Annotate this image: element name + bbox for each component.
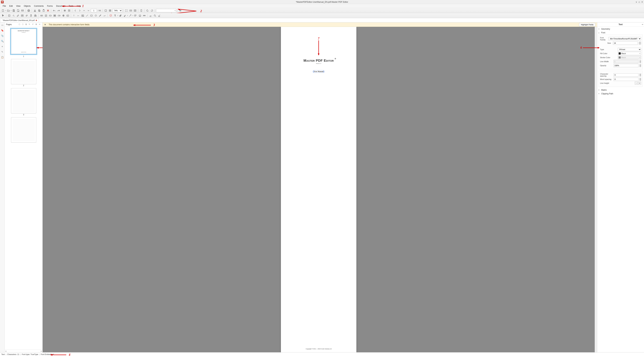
actual-size-icon[interactable] bbox=[104, 8, 108, 12]
search-rail-icon[interactable]: 🔍 bbox=[1, 39, 4, 43]
line-tool-icon[interactable] bbox=[85, 13, 89, 17]
type-select[interactable]: Fill text bbox=[618, 48, 641, 51]
menu-objects[interactable]: Objects bbox=[22, 4, 32, 8]
page-number-input[interactable] bbox=[91, 9, 97, 12]
fit-page-icon[interactable] bbox=[108, 8, 112, 12]
page-thumb-1[interactable]: MASTER PDF EDITOR ®User Manualcopyright … bbox=[11, 29, 36, 54]
highlight-fields-button[interactable]: Highlight Fields bbox=[579, 23, 595, 26]
save-as-icon[interactable] bbox=[16, 8, 20, 12]
listbox-icon[interactable] bbox=[53, 13, 57, 17]
selected-text-object[interactable]: User Manual bbox=[313, 70, 324, 73]
new-doc-icon[interactable] bbox=[1, 8, 5, 12]
verify-icon[interactable] bbox=[153, 13, 157, 17]
clipboard-rail-icon[interactable]: 📋 bbox=[1, 56, 4, 59]
close-tab-icon[interactable]: ⊗ bbox=[36, 19, 37, 21]
section-font[interactable]: ▴Font bbox=[598, 31, 643, 34]
window-close-icon[interactable]: ✕ bbox=[641, 1, 643, 3]
paragraph-icon[interactable] bbox=[113, 13, 117, 17]
window-minimize-icon[interactable]: ∨ bbox=[636, 1, 637, 3]
fullscreen-icon[interactable] bbox=[124, 8, 128, 12]
copy-icon[interactable] bbox=[37, 8, 41, 12]
redo-icon[interactable] bbox=[56, 8, 60, 12]
undo-icon[interactable] bbox=[52, 8, 56, 12]
menu-tools[interactable]: Tools bbox=[67, 4, 75, 8]
menu-help[interactable]: Help bbox=[75, 4, 82, 8]
section-geometry[interactable]: ▾Geometry bbox=[598, 27, 643, 31]
snapshot-icon[interactable] bbox=[34, 13, 38, 17]
layers-icon[interactable]: ≡ bbox=[1, 45, 4, 48]
open-icon[interactable] bbox=[6, 8, 10, 12]
attachments-rail-icon[interactable]: 📎 bbox=[1, 34, 4, 37]
pencil-tool-icon[interactable] bbox=[98, 13, 102, 17]
rect-tool-icon[interactable] bbox=[90, 13, 94, 17]
page-thumb-4[interactable] bbox=[11, 117, 36, 143]
edit-object-icon[interactable] bbox=[16, 13, 20, 17]
page-canvas[interactable]: 7 Master PDF Editor® Version 3.7 User Ma… bbox=[42, 27, 595, 352]
search-input[interactable] bbox=[156, 9, 176, 12]
textfield-icon[interactable]: ab bbox=[40, 13, 44, 17]
select-tool-icon[interactable] bbox=[1, 13, 5, 17]
highlight-icon[interactable] bbox=[123, 13, 127, 17]
menu-document[interactable]: Document bbox=[54, 4, 67, 8]
stamp-icon[interactable] bbox=[138, 13, 142, 17]
hand-tool-icon[interactable] bbox=[29, 13, 33, 17]
word-spacing-spinner[interactable]: ▴▾ bbox=[640, 78, 641, 81]
infobar-close-icon[interactable]: ✕ bbox=[44, 23, 46, 26]
path-tool-icon[interactable] bbox=[102, 13, 106, 17]
form-tool-icon[interactable] bbox=[20, 13, 24, 17]
opacity-spinner[interactable]: ▴▾ bbox=[640, 64, 641, 67]
page-h-icon2[interactable]: ▢ bbox=[22, 23, 24, 26]
comments-rail-icon[interactable]: ✎ bbox=[1, 50, 4, 53]
pages-thumbnail-list[interactable]: MASTER PDF EDITOR ®User Manualcopyright … bbox=[5, 26, 42, 350]
next-page-icon[interactable] bbox=[78, 8, 82, 12]
save-icon[interactable] bbox=[12, 8, 16, 12]
edit-text-icon[interactable]: T bbox=[7, 13, 11, 17]
check-icon[interactable] bbox=[157, 13, 161, 17]
insert-image-icon[interactable] bbox=[81, 13, 85, 17]
doc-vscroll[interactable] bbox=[595, 27, 597, 352]
fit-width-icon[interactable] bbox=[129, 8, 133, 12]
button-field-icon[interactable] bbox=[48, 13, 52, 17]
page-down-icon[interactable] bbox=[86, 8, 90, 12]
pages-hscroll[interactable]: ◂▸ bbox=[5, 350, 42, 352]
props-pin-icon[interactable]: ⇥ bbox=[642, 23, 643, 25]
font-family-select[interactable]: AA+TimesNewRomanPS-BoldMT bbox=[608, 37, 641, 40]
note-tool-icon[interactable] bbox=[109, 13, 113, 17]
options-icon[interactable] bbox=[178, 8, 182, 12]
insert-text-icon[interactable]: T bbox=[72, 13, 76, 17]
sign-tool-icon[interactable] bbox=[148, 13, 152, 17]
menu-file[interactable]: File bbox=[1, 4, 8, 8]
page-up-icon[interactable] bbox=[82, 8, 86, 12]
delete-icon[interactable] bbox=[46, 8, 50, 12]
ellipse-tool-icon[interactable] bbox=[94, 13, 98, 17]
page-h-icon7[interactable]: ⇲ bbox=[39, 23, 41, 26]
page-thumb-3[interactable] bbox=[11, 88, 36, 113]
pdf-page-1[interactable]: 7 Master PDF Editor® Version 3.7 User Ma… bbox=[281, 27, 356, 352]
cut-icon[interactable] bbox=[33, 8, 37, 12]
menu-forms[interactable]: Forms bbox=[46, 4, 54, 8]
bookmarks-icon[interactable]: 🔖 bbox=[1, 29, 4, 32]
page-h-icon5[interactable]: ↺ bbox=[32, 23, 34, 26]
menu-edit[interactable]: Edit bbox=[8, 4, 14, 8]
rotate-right-icon[interactable] bbox=[150, 8, 154, 12]
arrow-tool-icon[interactable] bbox=[128, 13, 132, 17]
checkbox-icon[interactable] bbox=[44, 13, 48, 17]
page-thumb-2[interactable] bbox=[11, 59, 36, 84]
font-size-input[interactable] bbox=[613, 41, 638, 45]
page-h-icon6[interactable]: 🗑 bbox=[36, 23, 38, 26]
zoom-select[interactable]: 74% bbox=[112, 9, 122, 12]
window-maximize-icon[interactable]: ◇ bbox=[638, 1, 640, 3]
email-icon[interactable] bbox=[20, 8, 24, 12]
callout-icon[interactable] bbox=[134, 13, 138, 17]
rotate-left-icon[interactable] bbox=[146, 8, 150, 12]
signature-field-icon[interactable] bbox=[66, 13, 70, 17]
menu-view[interactable]: View bbox=[14, 4, 22, 8]
two-page-icon[interactable] bbox=[133, 8, 137, 12]
char-spacing-input[interactable] bbox=[614, 73, 638, 77]
print-icon[interactable] bbox=[27, 8, 31, 12]
paste-icon[interactable] bbox=[42, 8, 46, 12]
menu-comments[interactable]: Comments bbox=[32, 4, 46, 8]
section-matrix[interactable]: ▾Matrix bbox=[598, 88, 643, 92]
single-page-icon[interactable] bbox=[139, 8, 143, 12]
insert-vtext-icon[interactable]: T bbox=[76, 13, 80, 17]
